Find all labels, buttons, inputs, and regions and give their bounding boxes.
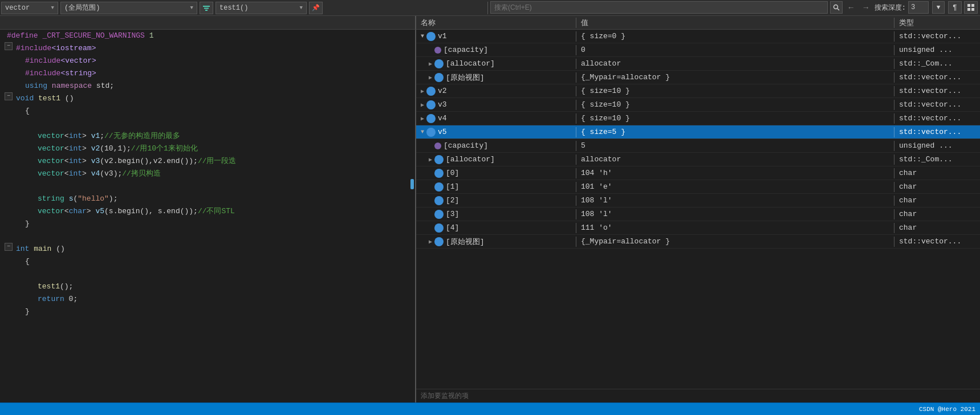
- watch-table[interactable]: ▼ v1 { size=0 } std::vector... [: [416, 30, 980, 389]
- v5-1-type: char: [894, 182, 980, 191]
- v5-1-name: [1]: [446, 182, 459, 191]
- watch-search-btn[interactable]: [830, 1, 843, 14]
- v1-capacity-type: unsigned ...: [894, 46, 980, 54]
- watch-row-v5-1[interactable]: [1] 101 'e' char: [416, 180, 980, 194]
- v3-arrow[interactable]: ▶: [418, 101, 426, 109]
- v4-value: { size=10 }: [576, 114, 894, 123]
- format-btn[interactable]: ¶: [948, 1, 962, 14]
- v5-0-name: [0]: [446, 169, 459, 177]
- depth-dropdown-btn[interactable]: ▼: [932, 1, 945, 14]
- add-watch-label: 添加要监视的项: [421, 391, 469, 401]
- watch-row-v1[interactable]: ▼ v1 { size=0 } std::vector...: [416, 30, 980, 43]
- v4-arrow[interactable]: ▶: [418, 115, 426, 123]
- watch-row-v5[interactable]: ▼ v5 { size=5 } std::vector...: [416, 125, 980, 139]
- watch-row-v2[interactable]: ▶ v2 { size=10 } std::vector...: [416, 84, 980, 98]
- function-label: test1(): [219, 4, 248, 12]
- v3-value: { size=10 }: [576, 100, 894, 109]
- svg-line-4: [837, 9, 839, 10]
- v5-2-type: char: [894, 196, 980, 205]
- v5-capacity-type: unsigned ...: [894, 141, 980, 150]
- watch-row-v5-2[interactable]: [2] 108 'l' char: [416, 194, 980, 208]
- watch-toolbar: ← → 搜索深度: 3 ▼ ¶: [488, 0, 980, 16]
- watch-row-v5-capacity[interactable]: [capacity] 5 unsigned ...: [416, 139, 980, 153]
- filter-icon-btn[interactable]: [200, 2, 213, 14]
- v2-arrow[interactable]: ▶: [418, 87, 426, 95]
- code-line-main: − int main (): [0, 243, 415, 255]
- nav-fwd-btn[interactable]: →: [860, 1, 872, 14]
- code-line-include-vector: #include<vector>: [0, 55, 415, 67]
- code-line-v1: vector<int> v1;//无参的构造用的最多: [0, 130, 415, 143]
- v5-1-value: 101 'e': [576, 182, 894, 191]
- function-arrow: ▼: [300, 5, 303, 11]
- watch-row-v1-capacity[interactable]: [capacity] 0 unsigned ...: [416, 43, 980, 57]
- code-line-include-iostream: − #include<iostream>: [0, 42, 415, 55]
- v1-allocator-arrow[interactable]: ▶: [426, 60, 434, 68]
- watch-row-v1-raw[interactable]: ▶ [原始视图] {_Mypair=allocator } std::vecto…: [416, 71, 980, 84]
- code-line-string: string s("hello");: [0, 193, 415, 205]
- collapse-btn-1[interactable]: −: [5, 42, 13, 50]
- pin-btn[interactable]: 📌: [309, 2, 323, 14]
- code-line-brace1: {: [0, 105, 415, 117]
- watch-row-v3[interactable]: ▶ v3 { size=10 } std::vector...: [416, 98, 980, 112]
- v4-watch-icon: [426, 114, 436, 123]
- code-scroll-area[interactable]: #define _CRT_SECURE_NO_WARNINGS 1 − #inc…: [0, 30, 415, 402]
- collapse-btn-3[interactable]: −: [5, 243, 13, 251]
- code-line-close1: }: [0, 218, 415, 230]
- depth-label: 搜索深度:: [875, 3, 906, 13]
- v1-allocator-type: std::_Com...: [894, 59, 980, 68]
- v5-allocator-icon: [434, 155, 444, 164]
- scope-label: vector: [5, 4, 30, 12]
- v5-raw-arrow[interactable]: ▶: [426, 238, 434, 246]
- code-line-define: #define _CRT_SECURE_NO_WARNINGS 1: [0, 30, 415, 42]
- watch-search-input[interactable]: [490, 1, 828, 14]
- v5-0-type: char: [894, 169, 980, 177]
- v1-type: std::vector...: [894, 32, 980, 40]
- watch-row-v5-0[interactable]: [0] 104 'h' char: [416, 166, 980, 180]
- code-nav-bar: vector ▼ (全局范围) ▼ test1() ▼ 📌: [0, 2, 488, 14]
- watch-row-v4[interactable]: ▶ v4 { size=10 } std::vector...: [416, 112, 980, 125]
- code-panel: #define _CRT_SECURE_NO_WARNINGS 1 − #inc…: [0, 30, 416, 402]
- watch-row-v5-4[interactable]: [4] 111 'o' char: [416, 221, 980, 235]
- watch-row-v5-raw[interactable]: ▶ [原始视图] {_Mypair=allocator } std::vecto…: [416, 235, 980, 249]
- watch-col-name: 名称: [416, 18, 576, 28]
- watch-row-v5-allocator[interactable]: ▶ [allocator] allocator std::_Com...: [416, 153, 980, 166]
- v5-0-icon: [434, 169, 444, 178]
- v5-expand-arrow[interactable]: ▼: [418, 128, 426, 136]
- v1-capacity-name: [capacity]: [444, 46, 488, 54]
- v1-watch-icon: [426, 32, 436, 41]
- svg-rect-5: [967, 4, 970, 7]
- function-dropdown[interactable]: test1() ▼: [215, 2, 307, 14]
- svg-rect-7: [967, 8, 970, 11]
- code-blank-1: [0, 117, 415, 130]
- svg-rect-2: [205, 10, 208, 11]
- panel-headers: 名称 值 类型: [0, 16, 980, 30]
- v1-raw-arrow[interactable]: ▶: [426, 74, 434, 82]
- status-bar: CSDN @Hero 2021: [0, 402, 980, 415]
- code-blank-4: [0, 268, 415, 280]
- watch-row-v1-allocator[interactable]: ▶ [allocator] allocator std::_Com...: [416, 57, 980, 71]
- v1-expand-arrow[interactable]: ▼: [418, 32, 426, 40]
- v4-type: std::vector...: [894, 114, 980, 123]
- watch-footer[interactable]: 添加要监视的项: [416, 389, 980, 402]
- collapse-btn-2[interactable]: −: [5, 92, 13, 100]
- scope-dropdown[interactable]: vector ▼: [1, 2, 58, 14]
- code-header-spacer: [0, 16, 416, 30]
- grid-btn[interactable]: [964, 1, 978, 14]
- v5-value: { size=5 }: [576, 128, 894, 136]
- v5-watch-icon: [426, 128, 436, 137]
- code-blank-3: [0, 230, 415, 243]
- watch-row-v5-3[interactable]: [3] 108 'l' char: [416, 208, 980, 221]
- context-dropdown[interactable]: (全局范围) ▼: [60, 2, 197, 14]
- v2-name: v2: [438, 87, 447, 95]
- v5-2-value: 108 'l': [576, 196, 894, 205]
- v1-raw-type: std::vector...: [894, 73, 980, 82]
- scrollbar-thumb[interactable]: [410, 179, 414, 189]
- watch-panel: ▼ v1 { size=0 } std::vector... [: [416, 30, 980, 402]
- v5-raw-icon: [434, 237, 444, 246]
- code-define-text: #define _CRT_SECURE_NO_WARNINGS 1: [5, 30, 415, 42]
- v5-allocator-arrow[interactable]: ▶: [426, 156, 434, 164]
- v5-4-name: [4]: [446, 223, 459, 232]
- v1-raw-name: [原始视图]: [446, 72, 485, 83]
- v3-type: std::vector...: [894, 100, 980, 109]
- nav-back-btn[interactable]: ←: [845, 1, 857, 14]
